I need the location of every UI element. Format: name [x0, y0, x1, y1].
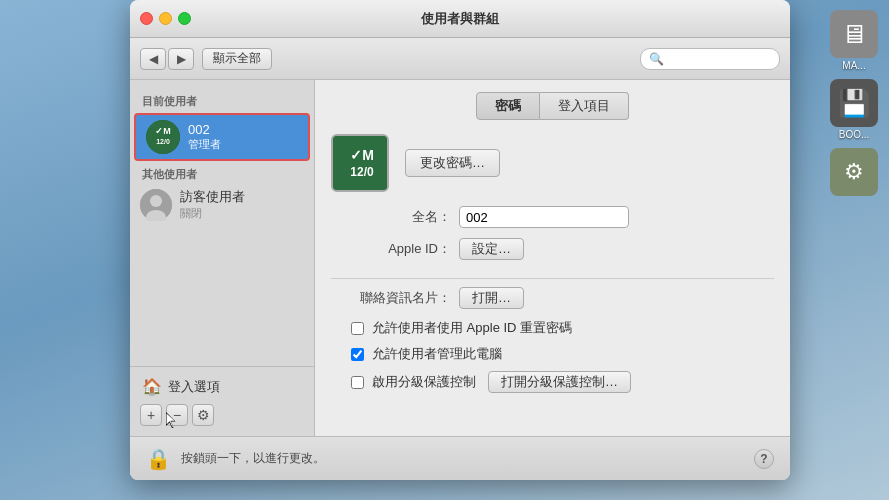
svg-point-4 [150, 195, 162, 207]
house-icon: 🏠 [142, 377, 162, 396]
desktop-icon-2[interactable]: 💾 BOO... [822, 79, 886, 140]
window-title: 使用者與群組 [421, 10, 499, 28]
sidebar: 目前使用者 ✓M 12/0 002 管理者 其他 [130, 80, 315, 436]
tab-login-items[interactable]: 登入項目 [540, 92, 629, 120]
change-password-button[interactable]: 更改密碼… [405, 149, 500, 177]
svg-text:✓M: ✓M [155, 126, 171, 136]
contact-card-button[interactable]: 打開… [459, 287, 524, 309]
full-name-row: 全名： [331, 206, 774, 228]
titlebar: 使用者與群組 [130, 0, 790, 38]
open-parental-controls-button[interactable]: 打開分級保護控制… [488, 371, 631, 393]
current-users-label: 目前使用者 [130, 90, 314, 113]
sidebar-item-current-user[interactable]: ✓M 12/0 002 管理者 [134, 113, 310, 161]
search-input[interactable] [667, 52, 771, 66]
tab-password[interactable]: 密碼 [476, 92, 540, 120]
login-items-label: 登入選項 [168, 378, 220, 396]
apple-id-label: Apple ID： [331, 240, 451, 258]
back-button[interactable]: ◀ [140, 48, 166, 70]
toolbar: ◀ ▶ 顯示全部 🔍 [130, 38, 790, 80]
nav-buttons: ◀ ▶ [140, 48, 194, 70]
desktop-icons: 🖥 MA... 💾 BOO... ⚙ [819, 0, 889, 500]
svg-text:✓M: ✓M [350, 147, 374, 163]
right-panel: 密碼 登入項目 ✓M 12/0 更改密碼… 全 [315, 80, 790, 436]
sidebar-item-guest[interactable]: 訪客使用者 關閉 [130, 184, 314, 225]
divider [331, 278, 774, 279]
tabs: 密碼 登入項目 [331, 92, 774, 120]
full-name-label: 全名： [331, 208, 451, 226]
user-avatar-large: ✓M 12/0 [331, 134, 389, 192]
guest-name: 訪客使用者 [180, 188, 245, 206]
svg-text:12/0: 12/0 [156, 138, 170, 145]
search-icon: 🔍 [649, 52, 664, 66]
svg-rect-6 [333, 136, 389, 192]
maximize-button[interactable] [178, 12, 191, 25]
checkbox-2-label: 允許使用者管理此電腦 [372, 345, 502, 363]
parental-controls-row: 啟用分級保護控制 打開分級保護控制… [331, 371, 774, 393]
help-button[interactable]: ? [754, 449, 774, 469]
apple-id-button[interactable]: 設定… [459, 238, 524, 260]
remove-user-button[interactable]: − [166, 404, 188, 426]
show-all-button[interactable]: 顯示全部 [202, 48, 272, 70]
checkbox-1-label: 允許使用者使用 Apple ID 重置密碼 [372, 319, 572, 337]
checkbox-admin[interactable] [351, 348, 364, 361]
current-user-text: 002 管理者 [188, 122, 221, 152]
lock-icon: 🔒 [146, 447, 171, 471]
login-items-row[interactable]: 🏠 登入選項 [130, 373, 314, 400]
window: 使用者與群組 ◀ ▶ 顯示全部 🔍 目前使用者 ✓M [130, 0, 790, 480]
checkbox-parental-controls[interactable] [351, 376, 364, 389]
user-info-row: ✓M 12/0 更改密碼… [331, 134, 774, 192]
minimize-button[interactable] [159, 12, 172, 25]
lock-text: 按鎖頭一下，以進行更改。 [181, 450, 325, 467]
traffic-lights [140, 12, 191, 25]
svg-text:12/0: 12/0 [350, 165, 374, 179]
desktop-icon-1[interactable]: 🖥 MA... [822, 10, 886, 71]
guest-status: 關閉 [180, 206, 245, 221]
contact-card-label: 聯絡資訊名片： [331, 289, 451, 307]
current-user-name: 002 [188, 122, 221, 137]
checkbox-apple-id-reset[interactable] [351, 322, 364, 335]
close-button[interactable] [140, 12, 153, 25]
avatar-002: ✓M 12/0 [146, 120, 180, 154]
apple-id-row: Apple ID： 設定… [331, 238, 774, 260]
checkbox-2-row: 允許使用者管理此電腦 [331, 345, 774, 363]
guest-icon [140, 189, 172, 221]
bottom-bar: 🔒 按鎖頭一下，以進行更改。 ? [130, 436, 790, 480]
checkbox-1-row: 允許使用者使用 Apple ID 重置密碼 [331, 319, 774, 337]
checkbox-3-label: 啟用分級保護控制 [372, 373, 476, 391]
full-name-input[interactable] [459, 206, 629, 228]
sidebar-bottom: 🏠 登入選項 + − ⚙ [130, 366, 314, 436]
add-user-button[interactable]: + [140, 404, 162, 426]
guest-text: 訪客使用者 關閉 [180, 188, 245, 221]
sidebar-actions: + − ⚙ [130, 400, 314, 430]
settings-button[interactable]: ⚙ [192, 404, 214, 426]
other-users-label: 其他使用者 [130, 161, 314, 184]
content-area: 目前使用者 ✓M 12/0 002 管理者 其他 [130, 80, 790, 436]
contact-card-row: 聯絡資訊名片： 打開… [331, 287, 774, 309]
forward-button[interactable]: ▶ [168, 48, 194, 70]
search-box: 🔍 [640, 48, 780, 70]
current-user-role: 管理者 [188, 137, 221, 152]
desktop-icon-3[interactable]: ⚙ [822, 148, 886, 196]
